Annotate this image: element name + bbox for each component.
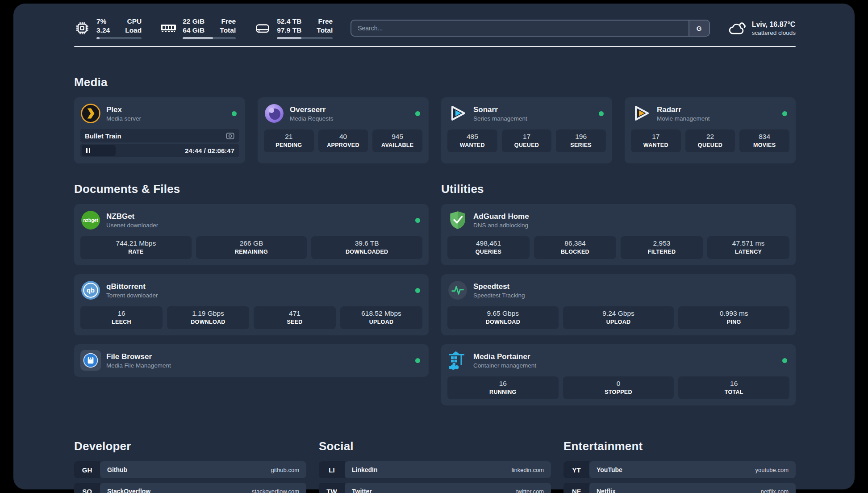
stat-ping: 0.993 ms PING — [678, 306, 789, 329]
card-subtitle: Usenet downloader — [106, 222, 158, 229]
weather-location: Lviv, 16.87°C — [752, 21, 796, 29]
qbittorrent-card[interactable]: qb qBittorrent Torrent downloader 16 LEE… — [74, 274, 429, 335]
pause-icon — [86, 148, 88, 153]
bookmark-url: youtube.com — [755, 467, 789, 473]
bookmark-url: twitter.com — [516, 488, 544, 493]
search-bar: G — [351, 20, 709, 37]
stat-wanted: 17 WANTED — [631, 130, 681, 152]
section-developer: Developer GH Github github.com SO StackO… — [74, 439, 306, 493]
cpu-percent: 7% — [96, 17, 110, 26]
stat-seed: 471 SEED — [254, 306, 336, 329]
bookmark-name: Twitter — [352, 488, 372, 493]
bookmark-abbr: NF — [563, 483, 589, 493]
card-title: Radarr — [657, 105, 710, 114]
stat-series: 196 SERIES — [556, 130, 606, 152]
stat-upload: 9.24 Gbps UPLOAD — [563, 306, 674, 329]
cloud-icon — [728, 20, 747, 36]
radarr-icon — [631, 103, 651, 124]
overseerr-card[interactable]: Overseerr Media Requests 21 PENDING 40 A… — [258, 97, 429, 163]
card-title: Speedtest — [473, 282, 525, 291]
plex-icon — [80, 103, 101, 124]
bookmark-abbr: LI — [319, 461, 345, 478]
portainer-card[interactable]: Media Portainer Container management 16 … — [441, 344, 796, 405]
plex-card[interactable]: Plex Media server Bullet Train 24:44 — [74, 97, 245, 163]
status-dot — [415, 358, 420, 363]
cpu-progress — [96, 37, 142, 39]
bookmark-name: Netflix — [597, 488, 616, 493]
topbar-divider — [74, 46, 796, 47]
stat-filtered: 2,953 FILTERED — [621, 236, 703, 259]
stat-running: 16 RUNNING — [447, 376, 559, 399]
stat-blocked: 86,384 BLOCKED — [534, 236, 616, 259]
section-media: Media Plex Media server Bullet Train — [74, 75, 796, 163]
stat-rate: 744.21 Mbps RATE — [80, 236, 192, 259]
filebrowser-card[interactable]: File Browser Media File Management — [74, 344, 429, 377]
bookmark-abbr: SO — [74, 483, 100, 493]
status-dot — [782, 111, 787, 116]
radarr-card[interactable]: Radarr Movie management 17 WANTED 22 QUE… — [625, 97, 796, 163]
bookmark-youtube[interactable]: YT YouTube youtube.com — [563, 461, 796, 478]
disk-progress — [277, 37, 333, 39]
now-playing-title: Bullet Train — [85, 132, 121, 140]
disk-total-label: Total — [317, 26, 333, 35]
nzbget-card[interactable]: nzbget NZBGet Usenet downloader 744.21 M… — [74, 204, 429, 265]
bookmark-netflix[interactable]: NF Netflix netflix.com — [563, 483, 796, 493]
status-dot — [599, 111, 604, 116]
card-title: Plex — [106, 105, 141, 114]
stat-queries: 498,461 QUERIES — [447, 236, 530, 259]
section-title-entertainment: Entertainment — [563, 439, 796, 453]
search-input[interactable] — [351, 21, 688, 36]
svg-text:nzbget: nzbget — [83, 218, 98, 223]
search-engine-button[interactable]: G — [689, 21, 709, 36]
weather-widget[interactable]: Lviv, 16.87°C scattered clouds — [728, 20, 796, 36]
bookmark-name: YouTube — [597, 466, 622, 473]
bookmark-stackoverflow[interactable]: SO StackOverflow stackoverflow.com — [74, 483, 306, 493]
section-documents: Documents & Files nzbget NZBGet Usenet d… — [74, 182, 429, 386]
adguard-card[interactable]: AdGuard Home DNS and adblocking 498,461 … — [441, 204, 796, 265]
stat-available: 945 AVAILABLE — [372, 130, 422, 152]
section-entertainment: Entertainment YT YouTube youtube.com NF … — [563, 439, 796, 493]
card-subtitle: Series management — [473, 115, 527, 122]
pause-icon — [89, 148, 91, 153]
section-title-developer: Developer — [74, 439, 306, 453]
ram-total-value: 64 GiB — [183, 26, 204, 35]
status-dot — [232, 111, 237, 116]
cpu-load-value: 3.24 — [96, 26, 110, 35]
ram-total-label: Total — [220, 26, 236, 35]
adguard-icon — [447, 210, 468, 230]
card-subtitle: DNS and adblocking — [473, 222, 529, 229]
sonarr-icon — [447, 103, 468, 124]
card-title: AdGuard Home — [473, 212, 529, 221]
disk-stat: 52.4 TB 97.9 TB Free Total — [255, 17, 333, 39]
bookmark-url: stackoverflow.com — [252, 488, 299, 493]
stat-download: 9.65 Gbps DOWNLOAD — [447, 306, 559, 329]
bookmark-url: netflix.com — [761, 488, 789, 493]
bookmark-name: StackOverflow — [107, 488, 150, 493]
card-title: Sonarr — [473, 105, 527, 114]
cpu-stat: 7% 3.24 CPU Load — [74, 17, 142, 39]
disk-free-value: 52.4 TB — [277, 17, 301, 26]
bookmark-github[interactable]: GH Github github.com — [74, 461, 306, 478]
ram-free-label: Free — [220, 17, 236, 26]
stat-wanted: 485 WANTED — [447, 130, 497, 152]
dashboard: 7% 3.24 CPU Load 22 GiB — [13, 4, 855, 489]
plex-now-playing: Bullet Train 24:44 / 02:06:47 — [80, 129, 239, 157]
card-title: File Browser — [106, 352, 171, 361]
card-subtitle: Container management — [473, 362, 536, 369]
cpu-icon — [74, 20, 90, 36]
section-utilities: Utilities AdGuard Home DNS and adblockin… — [441, 182, 796, 414]
bookmark-twitter[interactable]: TW Twitter twitter.com — [319, 483, 551, 493]
speedtest-card[interactable]: Speedtest Speedtest Tracking 9.65 Gbps D… — [441, 274, 796, 335]
sonarr-card[interactable]: Sonarr Series management 485 WANTED 17 Q… — [441, 97, 612, 163]
now-playing-time: 24:44 / 02:06:47 — [185, 147, 234, 155]
status-dot — [782, 358, 787, 363]
card-subtitle: Torrent downloader — [106, 292, 158, 299]
filebrowser-icon — [80, 350, 101, 371]
pause-button[interactable] — [82, 145, 116, 156]
stat-queued: 22 QUEUED — [685, 130, 735, 152]
qbittorrent-icon: qb — [80, 280, 101, 301]
section-title-documents: Documents & Files — [74, 182, 429, 196]
card-subtitle: Media File Management — [106, 362, 171, 369]
stat-upload: 618.52 Mbps UPLOAD — [340, 306, 422, 329]
bookmark-linkedin[interactable]: LI LinkedIn linkedin.com — [319, 461, 551, 478]
